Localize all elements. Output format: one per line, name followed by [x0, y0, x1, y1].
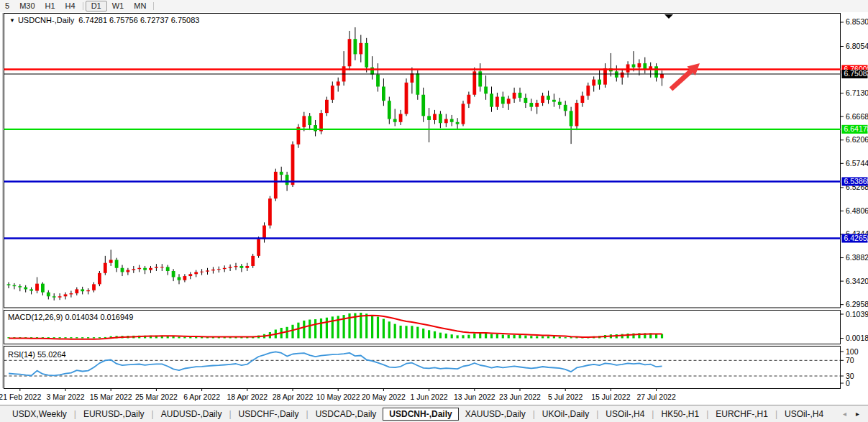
svg-text:10 May 2022: 10 May 2022: [316, 393, 360, 401]
svg-text:3 Mar 2022: 3 Mar 2022: [46, 393, 84, 401]
timeframe-button-h4[interactable]: H4: [60, 1, 81, 12]
svg-text:0.001829: 0.001829: [846, 334, 868, 342]
svg-text:6.57440: 6.57440: [846, 159, 868, 168]
svg-text:1 Jun 2022: 1 Jun 2022: [411, 393, 448, 401]
svg-text:6.48060: 6.48060: [846, 206, 868, 215]
timeframe-button-m30[interactable]: M30: [14, 1, 40, 12]
svg-text:15 Mar 2022: 15 Mar 2022: [90, 393, 132, 401]
timeframe-toolbar: 5M30H1H4D1W1MN: [0, 0, 868, 13]
svg-text:0.103934: 0.103934: [846, 310, 868, 318]
chart-tab-usoil-h4[interactable]: USOil-,H4: [778, 408, 830, 421]
svg-text:6.53869: 6.53869: [844, 177, 868, 185]
rsi-indicator-label: RSI(14) 55.0264: [8, 350, 66, 359]
svg-text:6.71300: 6.71300: [846, 88, 868, 97]
chart-title-text: USDCNH-,Daily 6.74281 6.75756 6.72737 6.…: [18, 16, 200, 24]
toolbar-separator: [83, 2, 83, 10]
svg-text:6.85300: 6.85300: [846, 17, 868, 26]
svg-text:6.62060: 6.62060: [846, 135, 868, 144]
macd-indicator-label: MACD(12,26,9) 0.014034 0.016949: [8, 313, 133, 321]
tab-scroll-right-icon[interactable]: ▸: [856, 410, 859, 418]
svg-text:23 Jun 2022: 23 Jun 2022: [499, 393, 541, 401]
svg-text:27 Jul 2022: 27 Jul 2022: [636, 393, 675, 401]
chart-plot-area[interactable]: [4, 14, 841, 308]
svg-text:6.75083: 6.75083: [844, 69, 868, 78]
svg-text:6.42652: 6.42652: [844, 234, 868, 242]
timeframe-button-w1[interactable]: W1: [107, 1, 129, 12]
mt4-chart-window: 5M30H1H4D1W1MN 6.853006.805406.713006.66…: [0, 0, 868, 422]
svg-text:6 Apr 2022: 6 Apr 2022: [183, 393, 220, 401]
timeframe-button-5[interactable]: 5: [0, 1, 14, 12]
chart-tab-usdcnh-daily[interactable]: USDCNH-,Daily: [383, 408, 458, 421]
svg-text:13 Jun 2022: 13 Jun 2022: [454, 393, 495, 401]
chart-canvas[interactable]: 6.853006.805406.713006.666806.620606.574…: [0, 12, 868, 405]
timeframe-button-mn[interactable]: MN: [129, 1, 151, 12]
toolbar-separator: [153, 2, 154, 10]
chart-tab-usoil-h4[interactable]: USOil-,H4: [599, 408, 651, 421]
chart-tab-xauusd-daily[interactable]: XAUUSD-,Daily: [459, 408, 532, 421]
tab-scroll-arrows: ◂▸: [843, 410, 862, 418]
svg-text:6.29580: 6.29580: [846, 300, 868, 308]
svg-text:18 Apr 2022: 18 Apr 2022: [227, 393, 268, 401]
chart-tab-eurusd-daily[interactable]: EURUSD-,Daily: [77, 408, 151, 421]
svg-text:0: 0: [846, 379, 850, 387]
symbol-dropdown-icon[interactable]: ▼: [9, 17, 15, 24]
chart-tab-audusd-daily[interactable]: AUDUSD-,Daily: [155, 408, 229, 421]
svg-text:25 Mar 2022: 25 Mar 2022: [135, 393, 178, 401]
chart-tab-usdchf-daily[interactable]: USDCHF-,Daily: [232, 408, 306, 421]
chart-title: ▼USDCNH-,Daily 6.74281 6.75756 6.72737 6…: [9, 16, 199, 24]
svg-text:6.66680: 6.66680: [846, 112, 868, 121]
svg-text:20 May 2022: 20 May 2022: [362, 393, 406, 401]
timeframe-button-d1[interactable]: D1: [86, 1, 107, 12]
svg-text:70: 70: [846, 356, 854, 364]
svg-text:6.38820: 6.38820: [846, 253, 868, 262]
svg-text:21 Feb 2022: 21 Feb 2022: [0, 393, 41, 401]
svg-text:5 Jul 2022: 5 Jul 2022: [548, 393, 583, 401]
svg-text:28 Apr 2022: 28 Apr 2022: [273, 393, 314, 401]
chart-tab-ukoil-daily[interactable]: UKOil-,Daily: [536, 408, 595, 421]
svg-text:6.64178: 6.64178: [844, 124, 868, 133]
svg-text:15 Jul 2022: 15 Jul 2022: [591, 393, 630, 401]
svg-text:6.34200: 6.34200: [846, 277, 868, 285]
tab-scroll-left-icon[interactable]: ◂: [843, 410, 846, 418]
chart-tab-eurchf-h1[interactable]: EURCHF-,H1: [709, 408, 775, 421]
svg-text:6.80540: 6.80540: [846, 42, 868, 50]
chart-tab-bar: USDX,Weekly|EURUSD-,Daily|AUDUSD-,Daily|…: [0, 405, 868, 422]
chart-tab-hk50-h1[interactable]: HK50-,H1: [654, 408, 705, 421]
timeframe-button-h1[interactable]: H1: [40, 1, 60, 12]
chart-tab-usdcad-daily[interactable]: USDCAD-,Daily: [309, 408, 383, 421]
chart-tab-usdx-weekly[interactable]: USDX,Weekly: [6, 408, 73, 421]
svg-text:100: 100: [846, 347, 859, 356]
